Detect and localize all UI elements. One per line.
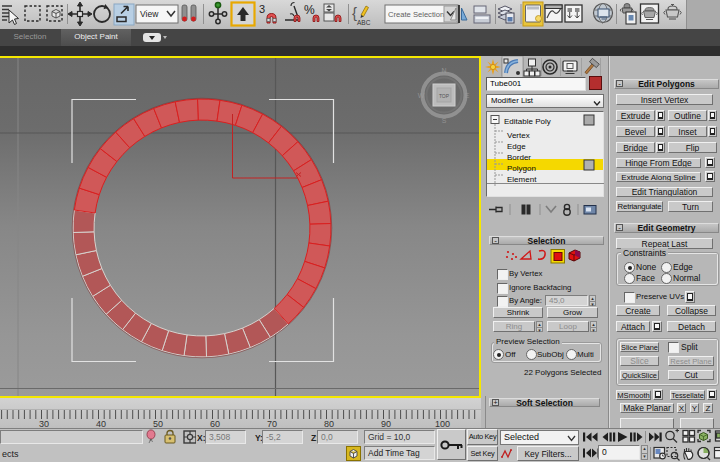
- svg-text:Border: Border: [507, 153, 531, 162]
- svg-text:Element: Element: [507, 175, 537, 184]
- svg-text:Polygon: Polygon: [507, 164, 536, 173]
- svg-text:E: E: [465, 92, 470, 99]
- svg-text:3: 3: [259, 3, 265, 15]
- svg-text:N: N: [441, 67, 446, 74]
- svg-text:Edge: Edge: [507, 142, 526, 151]
- svg-text:S: S: [442, 117, 447, 124]
- svg-text:View: View: [140, 9, 159, 19]
- svg-text:W: W: [418, 92, 425, 99]
- svg-text:Editable Poly: Editable Poly: [504, 117, 551, 126]
- svg-text:ABC: ABC: [357, 19, 371, 26]
- svg-text:%: %: [304, 3, 315, 17]
- svg-text:TOP: TOP: [439, 93, 450, 99]
- svg-text:Vertex: Vertex: [507, 131, 530, 140]
